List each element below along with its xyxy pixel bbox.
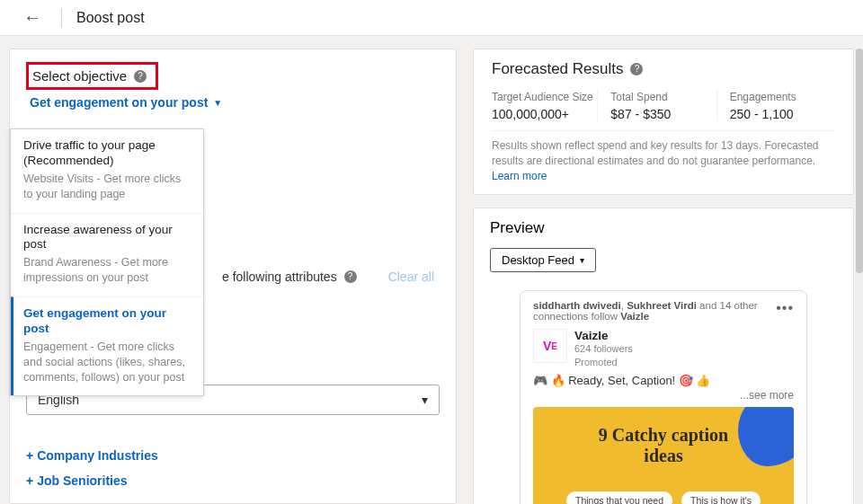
preview-card: Preview Desktop Feed ▾ siddharth dwivedi…: [473, 208, 854, 504]
objective-option-traffic[interactable]: Drive traffic to your page (Recommended)…: [11, 129, 203, 213]
feed-post-preview: siddharth dwivedi, Sukhreet Virdi and 14…: [520, 290, 807, 504]
boost-settings-card: Select objective ? Get engagement on you…: [9, 49, 457, 504]
forecast-note: Results shown reflect spend and key resu…: [492, 138, 835, 183]
help-icon[interactable]: ?: [344, 270, 357, 283]
chevron-down-icon: ▾: [422, 393, 428, 407]
select-objective-label: Select objective: [32, 68, 127, 84]
learn-more-link[interactable]: Learn more: [492, 170, 547, 182]
page-title: Boost post: [76, 10, 145, 26]
post-caption: 🎮 🔥 Ready, Set, Caption! 🎯 👍: [533, 374, 794, 387]
caret-down-icon: ▾: [580, 255, 584, 265]
help-icon[interactable]: ?: [630, 63, 643, 75]
see-more-link[interactable]: ...see more: [533, 389, 794, 402]
add-job-seniorities[interactable]: +Job Seniorities: [26, 468, 158, 493]
help-icon[interactable]: ?: [134, 70, 147, 83]
objective-option-desc: Engagement - Get more clicks and social …: [23, 340, 191, 385]
post-image[interactable]: 9 Catchy caption ideas Things that you n…: [533, 407, 794, 504]
objective-selected-text: Get engagement on your post: [30, 95, 208, 110]
image-pill: This is how it's: [681, 491, 761, 504]
objective-option-desc: Website Visits - Get more clicks to your…: [23, 172, 191, 202]
forecast-title: Forecasted Results: [492, 60, 623, 78]
attributes-text-fragment: e following attributes ?: [222, 270, 357, 284]
select-objective-highlight: Select objective ?: [26, 62, 158, 90]
objective-dropdown: Drive traffic to your page (Recommended)…: [10, 128, 204, 396]
plus-icon: +: [26, 448, 33, 463]
feed-social-proof: siddharth dwivedi, Sukhreet Virdi and 14…: [533, 300, 776, 322]
objective-option-title: Increase awareness of your post: [23, 223, 191, 253]
company-logo[interactable]: VE: [533, 329, 567, 363]
image-pill: Things that you need: [566, 491, 672, 504]
divider: [61, 8, 62, 28]
forecast-metric: Engagements 250 - 1,100: [716, 91, 835, 121]
preview-title: Preview: [490, 219, 837, 237]
objective-option-desc: Brand Awareness - Get more impressions o…: [23, 255, 191, 286]
plus-icon: +: [26, 473, 33, 488]
promoted-label: Promoted: [574, 356, 633, 368]
objective-option-engagement[interactable]: Get engagement on your post Engagement -…: [11, 296, 203, 395]
followers-count: 624 followers: [574, 342, 633, 355]
clear-all-link[interactable]: Clear all: [388, 270, 434, 284]
objective-option-awareness[interactable]: Increase awareness of your post Brand Aw…: [11, 213, 203, 297]
objective-option-title: Drive traffic to your page (Recommended): [23, 138, 191, 169]
company-name[interactable]: Vaizle: [574, 329, 633, 342]
image-headline: 9 Catchy caption ideas: [533, 425, 794, 466]
forecast-metric: Total Spend $87 - $350: [597, 91, 716, 121]
objective-option-title: Get engagement on your post: [23, 306, 191, 337]
scrollbar-thumb[interactable]: [856, 49, 863, 273]
post-menu-icon[interactable]: •••: [776, 300, 794, 322]
preview-mode-select[interactable]: Desktop Feed ▾: [490, 248, 596, 272]
caret-down-icon: ▼: [213, 98, 222, 108]
add-company-industries[interactable]: +Company Industries: [26, 443, 158, 468]
back-button[interactable]: ←: [18, 7, 47, 28]
objective-dropdown-trigger[interactable]: Get engagement on your post ▼: [26, 95, 440, 110]
forecast-card: Forecasted Results ? Target Audience Siz…: [473, 49, 854, 195]
forecast-metric: Target Audience Size 100,000,000+: [492, 91, 597, 121]
